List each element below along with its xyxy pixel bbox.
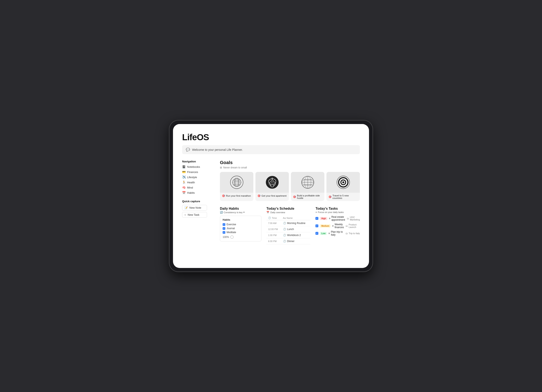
sidebar-item-habits[interactable]: 📅 Habits: [182, 191, 213, 195]
goal-label-sidehustle: 🎯 Build a profitable side hustle: [291, 193, 324, 201]
goal-card-apartment[interactable]: 🎯 Get your first apartment: [255, 172, 289, 201]
tasks-section: Today's Tasks ≡ Focus on your daily task…: [315, 207, 360, 244]
notebooks-icon: 📓: [182, 165, 185, 168]
task-badge-0: High: [320, 217, 327, 220]
nav-section-title: Navigation: [182, 160, 213, 163]
schedule-section: Today's Schedule 📅 Daily overview 🕐: [266, 207, 310, 244]
goals-subtitle-icon: ⊞: [220, 166, 222, 169]
new-note-icon: 📝: [184, 206, 188, 209]
goal-image-travel: [326, 172, 360, 193]
globe-grid-icon: [300, 175, 315, 190]
screen: LifeOS 💬 Welcome to your personal Life P…: [173, 124, 369, 268]
habits-subtitle[interactable]: 🔄 Consistency is key ▾: [220, 211, 261, 214]
device-frame: LifeOS 💬 Welcome to your personal Life P…: [169, 120, 373, 272]
svg-point-2: [235, 178, 238, 186]
schedule-icon-1: 🕐: [283, 228, 286, 231]
sidebar-item-health[interactable]: 🏃 Health: [182, 180, 213, 184]
quick-capture-items: 📝 New Note ○ New Task: [182, 205, 213, 217]
welcome-banner: 💬 Welcome to your personal Life Planner.: [182, 145, 360, 154]
goals-section: Goals ⊞ Never dream to small: [220, 160, 360, 201]
svg-point-1: [234, 178, 239, 186]
task-name-2: ≡ Plan trip to Italy: [328, 230, 344, 236]
schedule-col-name: Aa Name: [281, 216, 311, 220]
health-icon: 🏃: [182, 181, 185, 184]
chat-icon: 💬: [186, 148, 190, 152]
sidebar: Navigation 📓 Notebooks 💳 Finances ✈️ Lif…: [182, 160, 213, 244]
goal-target4-icon: 🎯: [329, 195, 331, 198]
goal-card-sidehustle[interactable]: 🎯 Build a profitable side hustle: [291, 172, 324, 201]
quick-capture-title: Quick capture: [182, 200, 213, 203]
schedule-row-0: 7:00 AM 🕐 Morning Routine: [266, 220, 310, 226]
progress-circle: [230, 235, 234, 239]
concentric-target-icon: [336, 175, 351, 190]
task-check-0[interactable]: ✓: [315, 217, 318, 220]
habit-journal-check[interactable]: ✓: [223, 227, 225, 230]
schedule-name-0: 🕐 Morning Routine: [281, 220, 311, 226]
clock-icon: 🕐: [268, 217, 271, 219]
schedule-name-3: 🕐 Dinner: [281, 238, 311, 244]
task-folder-icon-1: 🗂: [346, 225, 348, 227]
app-title: LifeOS: [182, 132, 360, 142]
main-layout: Navigation 📓 Notebooks 💳 Finances ✈️ Lif…: [182, 160, 360, 244]
new-task-label: New Task: [188, 213, 199, 216]
schedule-icon-3: 🕐: [283, 240, 286, 243]
habit-meditate-label: Meditate: [227, 231, 236, 234]
habit-exercise: ✓ Exercise: [223, 223, 259, 226]
goal-label-travel: 🎯 Travel to 5 new countries: [326, 193, 360, 201]
schedule-time-1: 12:00 PM: [266, 226, 281, 232]
schedule-icon-0: 🕐: [283, 222, 286, 225]
schedule-icon-2: 🕐: [283, 234, 286, 237]
svg-point-15: [342, 181, 344, 183]
content-area: Goals ⊞ Never dream to small: [220, 160, 360, 244]
schedule-time-2: 1:00 PM: [266, 232, 281, 238]
schedule-title: Today's Schedule: [266, 207, 310, 211]
sidebar-item-finances[interactable]: 💳 Finances: [182, 170, 213, 174]
habit-journal: ✓ Journal: [223, 227, 259, 230]
task-check-2[interactable]: ✓: [315, 232, 318, 235]
new-note-label: New Note: [189, 206, 201, 209]
task-stack-icon-1: ≡: [332, 224, 334, 227]
goal-label-apartment: 🎯 Get your first apartment: [255, 193, 289, 199]
mind-icon: 🧠: [182, 186, 185, 189]
schedule-time-3: 6:00 PM: [266, 238, 281, 244]
refresh-icon: 🔄: [220, 211, 223, 214]
schedule-name-2: 🕐 Workblock 2: [281, 232, 311, 238]
schedule-col-time: 🕐 Time: [266, 216, 281, 220]
schedule-name-1: 🕐 Lunch: [281, 226, 311, 232]
sidebar-item-notebooks[interactable]: 📓 Notebooks: [182, 165, 213, 169]
finances-icon: 💳: [182, 170, 185, 174]
finances-label: Finances: [187, 170, 198, 174]
habits-title: Daily Habits: [220, 207, 261, 211]
nav-items: 📓 Notebooks 💳 Finances ✈️ Lifestyle 🏃 He…: [182, 165, 213, 195]
task-badge-2: Low: [320, 232, 327, 235]
triquetra-icon: [265, 175, 280, 190]
habits-box-title: Habits: [223, 218, 259, 221]
habit-exercise-check[interactable]: ✓: [223, 223, 225, 226]
schedule-row-1: 12:00 PM 🕐 Lunch: [266, 226, 310, 232]
goals-grid: 🎯 Run your first marathon: [220, 172, 360, 201]
goal-target3-icon: 🎯: [293, 195, 296, 198]
task-category-2: 🗂 Trip to Italy: [346, 232, 360, 235]
task-category-1: 🗂 Product Launch: [346, 223, 360, 228]
goal-target2-icon: 🎯: [258, 194, 260, 197]
text-icon: Aa: [283, 217, 286, 219]
new-task-button[interactable]: ○ New Task: [182, 212, 207, 217]
goal-image-apartment: [255, 172, 289, 193]
goals-subtitle: ⊞ Never dream to small: [220, 166, 360, 169]
habit-meditate-check[interactable]: ✓: [223, 231, 225, 234]
goal-card-travel[interactable]: 🎯 Travel to 5 new countries: [326, 172, 360, 201]
habit-meditate: ✓ Meditate: [223, 231, 259, 234]
goal-card-marathon[interactable]: 🎯 Run your first marathon: [220, 172, 253, 201]
sidebar-item-lifestyle[interactable]: ✈️ Lifestyle: [182, 175, 213, 179]
lifestyle-icon: ✈️: [182, 175, 185, 179]
task-check-1[interactable]: ✓: [315, 224, 318, 227]
habit-journal-label: Journal: [227, 227, 235, 230]
new-note-button[interactable]: 📝 New Note: [182, 205, 207, 211]
schedule-row-3: 6:00 PM 🕐 Dinner: [266, 238, 310, 244]
habit-exercise-label: Exercise: [227, 223, 236, 226]
goal-target-icon: 🎯: [222, 194, 225, 197]
goal-label-marathon: 🎯 Run your first marathon: [220, 193, 253, 199]
habits-box: Habits ✓ Exercise ✓ Journal ✓: [220, 216, 261, 241]
task-folder-icon-0: 🗂: [347, 217, 349, 220]
sidebar-item-mind[interactable]: 🧠 Mind: [182, 185, 213, 190]
